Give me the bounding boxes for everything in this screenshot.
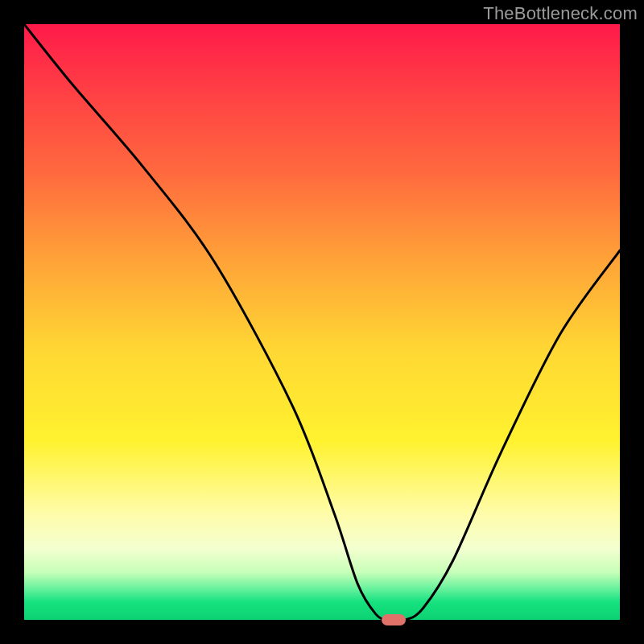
plot-background xyxy=(24,24,620,620)
chart-frame: TheBottleneck.com xyxy=(0,0,644,644)
bottleneck-curve xyxy=(24,24,620,620)
watermark-text: TheBottleneck.com xyxy=(483,3,638,24)
minimum-marker xyxy=(382,614,406,625)
